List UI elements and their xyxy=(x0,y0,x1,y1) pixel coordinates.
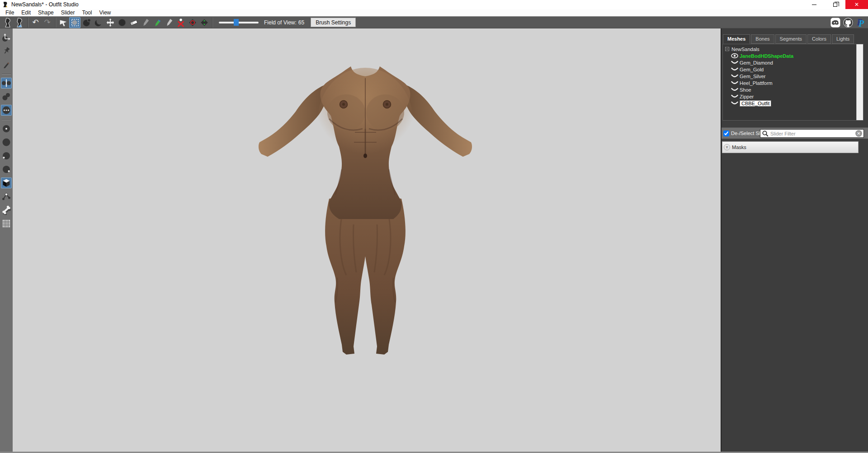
new-project-icon[interactable] xyxy=(2,17,14,28)
window-title: NewSandals* - Outfit Studio xyxy=(11,1,79,8)
mask-select-tool-icon[interactable] xyxy=(69,17,80,28)
closed-eye-icon[interactable] xyxy=(731,60,738,65)
menu-file[interactable]: File xyxy=(2,9,18,16)
menu-slider[interactable]: Slider xyxy=(57,9,79,16)
search-icon xyxy=(762,130,769,137)
viewport-canvas[interactable] xyxy=(13,28,721,452)
vertex-edit-icon[interactable] xyxy=(1,191,12,202)
mask-brush-icon[interactable] xyxy=(81,17,92,28)
undo-icon[interactable]: ↶ xyxy=(30,17,41,28)
inflate-brush-icon[interactable] xyxy=(116,17,127,28)
brush-settings-button[interactable]: Brush Settings xyxy=(311,18,356,27)
mesh-item-heel-plattform[interactable]: Heel_Plattform xyxy=(723,79,863,86)
load-reference-icon[interactable] xyxy=(14,17,25,28)
mesh-item-shoe[interactable]: Shoe xyxy=(723,86,863,93)
tab-meshes[interactable]: Meshes xyxy=(723,34,750,44)
right-panel: Meshes Bones Segments Colors Lights NewS… xyxy=(721,28,868,453)
toolbar-separator xyxy=(55,18,56,28)
pen-icon[interactable] xyxy=(1,59,12,70)
tree-expander-icon[interactable] xyxy=(725,47,729,51)
closed-eye-icon[interactable] xyxy=(731,80,738,85)
closed-eye-icon[interactable] xyxy=(731,74,738,79)
dot-right-circle-icon[interactable] xyxy=(1,164,12,175)
mesh-item-cbbe-outfit[interactable]: CBBE_Outfit xyxy=(723,100,863,107)
tab-segments[interactable]: Segments xyxy=(775,34,807,44)
toolbar-separator xyxy=(212,18,212,28)
move-brush-icon[interactable] xyxy=(104,17,116,28)
mesh-item-gem-gold[interactable]: Gem_Gold xyxy=(723,66,863,73)
discord-icon[interactable] xyxy=(830,17,841,28)
menu-tool[interactable]: Tool xyxy=(78,9,95,16)
tab-lights[interactable]: Lights xyxy=(832,34,854,44)
menu-edit[interactable]: Edit xyxy=(18,9,34,16)
menu-view[interactable]: View xyxy=(95,9,114,16)
bone-icon[interactable] xyxy=(1,205,12,215)
dot-left-circle-icon[interactable] xyxy=(1,150,12,161)
grid-toggle-icon[interactable] xyxy=(1,218,12,229)
minimize-icon xyxy=(812,5,816,5)
mesh-label: Shoe xyxy=(740,87,751,93)
masks-label: Masks xyxy=(732,145,746,150)
closed-eye-icon[interactable] xyxy=(731,101,738,106)
closed-eye-icon[interactable] xyxy=(731,67,738,72)
left-toolbar-separator xyxy=(2,119,11,120)
solid-circle-icon[interactable] xyxy=(1,137,12,148)
alpha-brush-icon[interactable] xyxy=(163,17,175,28)
tab-bones[interactable]: Bones xyxy=(751,34,774,44)
mirror-green-toggle-icon[interactable] xyxy=(198,17,210,28)
slider-filter-box: ✕ xyxy=(760,129,864,138)
overlap-circles-icon[interactable] xyxy=(1,91,12,102)
tree-scrollbar[interactable] xyxy=(856,44,863,120)
clear-filter-icon[interactable]: ✕ xyxy=(855,130,862,137)
field-of-view-label: Field of View: 65 xyxy=(264,19,304,26)
color-brush-icon[interactable] xyxy=(151,17,163,28)
brush-options-icon[interactable] xyxy=(1,105,12,116)
orbit-view-icon[interactable] xyxy=(1,32,12,43)
mirror-red-toggle-icon[interactable] xyxy=(187,17,198,28)
masks-section-header[interactable]: ▼ Masks xyxy=(722,141,859,153)
close-icon: ✕ xyxy=(854,1,859,8)
minimize-button[interactable] xyxy=(804,0,825,9)
tab-colors[interactable]: Colors xyxy=(807,34,831,44)
slider-filter-bar: De-/Select Sliders ✕ xyxy=(722,127,868,139)
select-tool-icon[interactable] xyxy=(57,17,69,28)
panel-tabs: Meshes Bones Segments Colors Lights xyxy=(723,34,854,44)
title-bar: NewSandals* - Outfit Studio ✕ xyxy=(0,0,868,9)
mesh-label: Gem_Diamond xyxy=(740,60,773,65)
toolbar-separator xyxy=(28,18,28,28)
main-toolbar: ↶ ↷ Field of View: 65 xyxy=(0,16,868,28)
paypal-icon[interactable]: PP xyxy=(855,17,866,28)
mesh-item-zipper[interactable]: Zipper xyxy=(723,93,863,100)
restore-button[interactable] xyxy=(825,0,845,9)
redo-icon[interactable]: ↷ xyxy=(42,17,53,28)
de-select-sliders-checkbox[interactable] xyxy=(723,131,729,136)
mesh-item-gem-silver[interactable]: Gem_Silver xyxy=(723,73,863,79)
weight-brush-icon[interactable] xyxy=(140,17,151,28)
tree-root-newsandals[interactable]: NewSandals xyxy=(723,46,863,52)
slider-thumb[interactable] xyxy=(234,19,239,26)
field-of-view-slider[interactable] xyxy=(219,22,259,23)
xmirror-icon[interactable] xyxy=(1,78,12,89)
open-eye-icon[interactable] xyxy=(731,53,738,58)
dot-center-circle-icon[interactable] xyxy=(1,123,12,134)
mesh-tree: NewSandals JaneBodHDShapeData Gem_Diamon… xyxy=(722,44,863,121)
closed-eye-icon[interactable] xyxy=(731,87,738,92)
github-icon[interactable] xyxy=(843,17,854,28)
mesh-item-gem-diamond[interactable]: Gem_Diamond xyxy=(723,59,863,66)
left-tool-column xyxy=(0,28,13,453)
mesh-label: Gem_Silver xyxy=(740,74,765,79)
smooth-brush-icon[interactable] xyxy=(93,17,104,28)
collision-toggle-icon[interactable] xyxy=(175,17,186,28)
close-button[interactable]: ✕ xyxy=(845,0,868,9)
mesh-label: Zipper xyxy=(740,94,754,99)
menu-shape[interactable]: Shape xyxy=(34,9,57,16)
slider-filter-input[interactable] xyxy=(770,131,855,136)
restore-icon xyxy=(833,3,837,7)
eraser-brush-icon[interactable] xyxy=(128,17,139,28)
pin-icon[interactable] xyxy=(1,46,12,56)
app-icon xyxy=(2,1,9,8)
mesh-label: CBBE_Outfit xyxy=(740,100,771,107)
wireframe-cube-icon[interactable] xyxy=(1,177,12,188)
closed-eye-icon[interactable] xyxy=(731,94,738,99)
mesh-item-janebodhdshapedata[interactable]: JaneBodHDShapeData xyxy=(723,52,863,59)
